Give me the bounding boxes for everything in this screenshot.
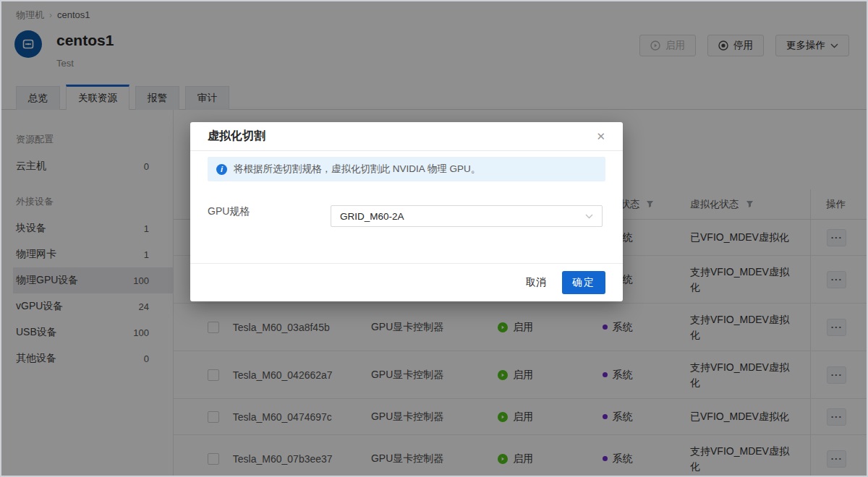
close-icon[interactable]: ✕ — [596, 131, 605, 142]
info-banner: i 将根据所选切割规格，虚拟化切割此 NVIDIA 物理 GPU。 — [208, 157, 605, 181]
info-icon: i — [216, 164, 227, 175]
dialog-title: 虚拟化切割 — [208, 129, 265, 144]
virtualization-split-dialog: 虚拟化切割 ✕ i 将根据所选切割规格，虚拟化切割此 NVIDIA 物理 GPU… — [190, 122, 623, 301]
info-text: 将根据所选切割规格，虚拟化切割此 NVIDIA 物理 GPU。 — [234, 163, 480, 176]
cancel-button[interactable]: 取消 — [526, 276, 546, 289]
gpu-spec-value: GRID_M60-2A — [340, 211, 404, 222]
dialog-footer: 取消 确定 — [190, 263, 623, 301]
dialog-body: GPU规格 GRID_M60-2A — [190, 205, 623, 218]
app-window: 物理机›centos1 centos1 Test 启用 停用 更多操作 — [0, 0, 868, 477]
dialog-header: 虚拟化切割 ✕ — [190, 122, 623, 151]
chevron-down-icon — [585, 214, 593, 219]
gpu-spec-select[interactable]: GRID_M60-2A — [331, 205, 603, 227]
confirm-button[interactable]: 确定 — [562, 271, 605, 294]
gpu-spec-label: GPU规格 — [208, 205, 250, 218]
